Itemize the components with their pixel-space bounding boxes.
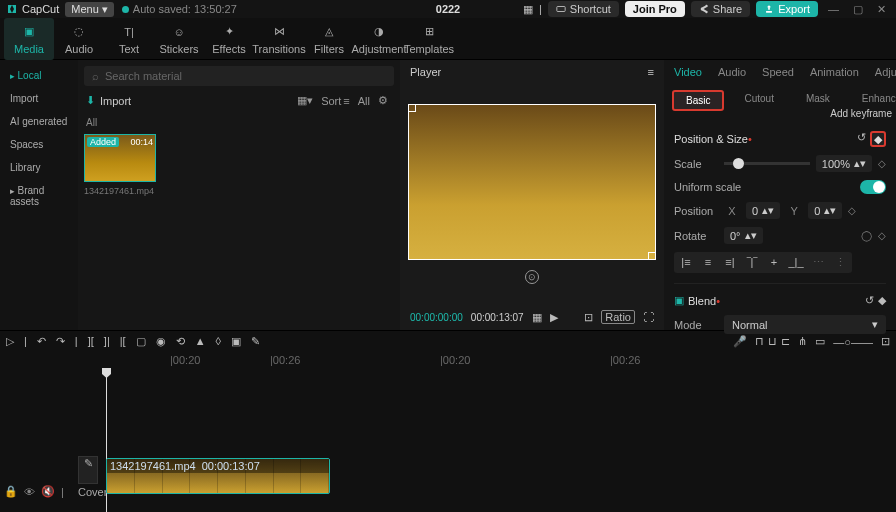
export-button[interactable]: Export — [756, 1, 818, 17]
search-input[interactable]: ⌕Search material — [84, 66, 394, 86]
asset-panel: ⌕Search material ⬇Import ▦▾ Sort ≡ All ⚙… — [78, 60, 400, 330]
menu-button[interactable]: Menu▾ — [65, 2, 114, 17]
media-icon: ▣ — [24, 23, 34, 41]
align-right-icon[interactable]: ≡| — [722, 256, 738, 269]
delete-icon[interactable]: ▢ — [136, 335, 146, 348]
reverse-icon[interactable]: ⟲ — [176, 335, 185, 348]
record-icon[interactable]: ◉ — [156, 335, 166, 348]
tool-effects[interactable]: ✦Effects — [204, 18, 254, 60]
source-ai[interactable]: AI generated — [0, 110, 78, 133]
ratio-button[interactable]: Ratio — [601, 310, 635, 324]
tool-templates[interactable]: ⊞Templates — [404, 18, 454, 60]
chevron-down-icon: ▾ — [872, 318, 878, 331]
time-ruler[interactable]: |00:20 |00:26 |00:20 |00:26 — [100, 352, 896, 370]
filter-options-button[interactable]: ⚙ — [374, 94, 392, 107]
rotate-dial-icon[interactable]: ◯ — [861, 230, 872, 241]
grid-icon[interactable]: ▦ — [532, 311, 542, 324]
tool-filters[interactable]: ◬Filters — [304, 18, 354, 60]
zoom-fit-icon[interactable]: ⊡ — [881, 335, 890, 348]
keyframe-diamond-icon[interactable]: ◇ — [848, 205, 856, 216]
total-time: 00:00:13:07 — [471, 312, 524, 323]
inspector-tab-speed[interactable]: Speed — [758, 64, 798, 80]
player-menu-icon[interactable]: ≡ — [648, 66, 654, 78]
timeline-clip[interactable]: 1342197461.mp400:00:13:07 — [106, 458, 330, 494]
link-icon[interactable]: ⊔ — [768, 335, 777, 348]
align-top-icon[interactable]: ‾|‾ — [744, 256, 760, 269]
autocut-icon[interactable]: ✎ — [251, 335, 260, 348]
cover-button[interactable]: ✎Cover — [78, 456, 100, 498]
tracks-area[interactable]: 🔒 👁 🔇 | ✎Cover 1342197461.mp400:00:13:07 — [0, 370, 896, 512]
inspector-tab-video[interactable]: Video — [670, 64, 706, 80]
snap-icon[interactable]: ⊏ — [781, 335, 790, 348]
lock-track-icon[interactable]: 🔒 — [4, 485, 18, 498]
safezone-icon[interactable]: ⊡ — [584, 311, 593, 324]
sort-button[interactable]: Sort ≡ — [317, 95, 354, 107]
trim-right-icon[interactable]: |[ — [120, 335, 126, 348]
maximize-button[interactable]: ▢ — [849, 3, 867, 16]
asset-thumbnail[interactable]: Added 00:14 1342197461.mp4 — [84, 134, 156, 196]
align-vcenter-icon[interactable]: + — [766, 256, 782, 269]
transitions-icon: ⋈ — [274, 23, 285, 41]
zoom-out-icon[interactable]: ▭ — [815, 335, 825, 348]
filter-all-button[interactable]: All — [354, 95, 374, 107]
hide-track-icon[interactable]: 👁 — [24, 486, 35, 498]
inspector-tab-adjust[interactable]: Adjust — [871, 64, 896, 80]
anchor-icon[interactable]: ⊙ — [525, 270, 539, 284]
join-pro-button[interactable]: Join Pro — [625, 1, 685, 17]
share-button[interactable]: Share — [691, 1, 750, 17]
inspector-tab-animation[interactable]: Animation — [806, 64, 863, 80]
tool-stickers[interactable]: ☺Stickers — [154, 18, 204, 60]
pos-y-input[interactable]: 0 ▴▾ — [808, 202, 842, 219]
zoom-slider[interactable]: —○—— — [833, 336, 873, 348]
preview-canvas[interactable] — [408, 104, 656, 260]
source-library[interactable]: Library — [0, 156, 78, 179]
layout-icon[interactable]: ▦ — [523, 3, 533, 16]
cover-thumb: ✎ — [78, 456, 98, 484]
undo-icon[interactable]: ↶ — [37, 335, 46, 348]
reset-pos-icon[interactable]: ↺ — [857, 131, 866, 147]
redo-icon[interactable]: ↷ — [56, 335, 65, 348]
source-import[interactable]: Import — [0, 87, 78, 110]
fullscreen-icon[interactable]: ⛶ — [643, 311, 654, 323]
minimize-button[interactable]: — — [824, 3, 843, 15]
pos-x-input[interactable]: 0 ▴▾ — [746, 202, 780, 219]
tool-adjustment[interactable]: ◑Adjustment — [354, 18, 404, 60]
align-left-icon[interactable]: |≡ — [678, 256, 694, 269]
mirror-icon[interactable]: ▲ — [195, 335, 206, 348]
import-button[interactable]: ⬇Import — [86, 94, 131, 107]
tool-transitions[interactable]: ⋈Transitions — [254, 18, 304, 60]
mic-icon[interactable]: 🎤 — [733, 335, 747, 348]
source-spaces[interactable]: Spaces — [0, 133, 78, 156]
align-hcenter-icon[interactable]: ≡ — [700, 256, 716, 269]
tool-audio[interactable]: ◌Audio — [54, 18, 104, 60]
subtab-basic[interactable]: Basic — [672, 90, 724, 111]
reset-blend-icon[interactable]: ↺ — [865, 294, 874, 307]
uniform-scale-toggle[interactable] — [860, 180, 886, 194]
select-tool-icon[interactable]: ▷ — [6, 335, 14, 348]
view-grid-button[interactable]: ▦▾ — [293, 94, 317, 107]
source-brand[interactable]: Brand assets — [0, 179, 78, 213]
split-icon[interactable]: ][ — [88, 335, 94, 348]
scale-slider[interactable] — [724, 162, 810, 165]
crop-icon[interactable]: ▣ — [231, 335, 241, 348]
align-bottom-icon[interactable]: _|_ — [788, 256, 804, 269]
add-keyframe-button[interactable]: ◆ — [870, 131, 886, 147]
scale-value[interactable]: 100% ▴▾ — [816, 155, 872, 172]
keyframe-diamond-icon[interactable]: ◇ — [878, 158, 886, 169]
subtab-cutout[interactable]: Cutout — [732, 90, 785, 111]
marker-icon[interactable]: ⋔ — [798, 335, 807, 348]
rotate-input[interactable]: 0° ▴▾ — [724, 227, 763, 244]
source-local[interactable]: Local — [0, 64, 78, 87]
play-button[interactable]: ▶ — [550, 311, 558, 324]
magnet-icon[interactable]: ⊓ — [755, 335, 764, 348]
tool-text[interactable]: T|Text — [104, 18, 154, 60]
freeze-icon[interactable]: ◊ — [216, 335, 221, 348]
keyframe-blend-icon[interactable]: ◆ — [878, 294, 886, 307]
trim-left-icon[interactable]: ]| — [104, 335, 110, 348]
keyframe-diamond-icon[interactable]: ◇ — [878, 230, 886, 241]
tool-media[interactable]: ▣Media — [4, 18, 54, 60]
close-button[interactable]: ✕ — [873, 3, 890, 16]
inspector-tab-audio[interactable]: Audio — [714, 64, 750, 80]
shortcut-button[interactable]: Shortcut — [548, 1, 619, 17]
mute-track-icon[interactable]: 🔇 — [41, 485, 55, 498]
